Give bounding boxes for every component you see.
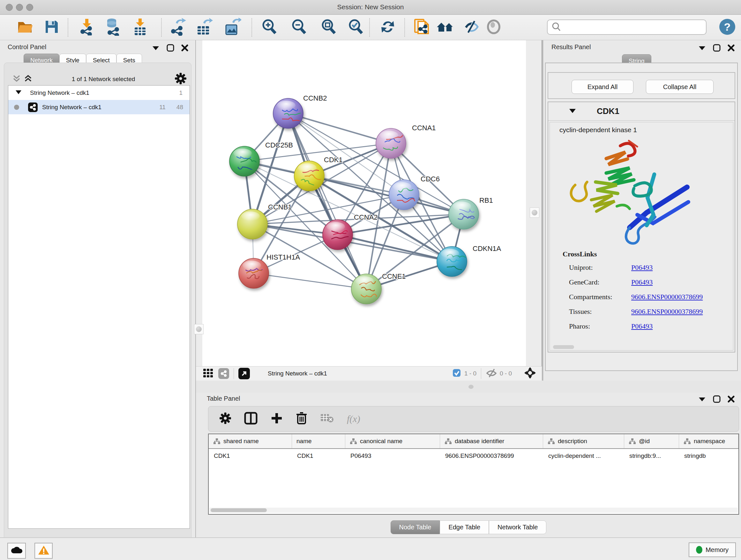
crosslink-link[interactable]: P06493 xyxy=(631,322,653,330)
crosslink-row: Compartments:9606.ENSP00000378699 xyxy=(562,290,703,304)
search-icon xyxy=(551,21,561,33)
panel-float-icon[interactable] xyxy=(166,44,174,52)
edge-CCNB2-CCNA1[interactable] xyxy=(288,113,391,143)
crosslink-link[interactable]: 9606.ENSP00000378699 xyxy=(631,307,703,316)
tree-expander-icon[interactable] xyxy=(15,89,22,97)
refresh-button[interactable] xyxy=(377,17,398,37)
search-input[interactable] xyxy=(561,23,698,30)
network-collection-row[interactable]: String Network – cdk1 1 xyxy=(8,85,190,100)
panel-menu-icon[interactable] xyxy=(152,45,159,51)
network-options-gear-icon[interactable] xyxy=(175,72,187,86)
import-network-database-button[interactable] xyxy=(102,17,123,37)
network-node-CCNB2[interactable]: CCNB2 xyxy=(273,94,327,128)
column-header-database-identifier[interactable]: database identifier xyxy=(440,434,543,448)
network-node-CDKN1A[interactable]: CDKN1A xyxy=(437,245,501,276)
zoom-out-button[interactable] xyxy=(288,17,310,37)
add-column-icon[interactable] xyxy=(270,412,283,426)
protein-section-header[interactable]: CDK1 xyxy=(548,102,735,121)
pan-crosshair-icon[interactable] xyxy=(524,367,536,381)
panel-close-icon[interactable] xyxy=(728,44,735,51)
horizontal-splitter[interactable] xyxy=(196,381,741,393)
network-node-CDK1[interactable]: CDK1 xyxy=(294,156,343,191)
network-node-HIST1H1A[interactable]: HIST1H1A xyxy=(239,253,300,288)
column-header-canonical-name[interactable]: canonical name xyxy=(345,434,440,448)
column-header-shared-name[interactable]: shared name xyxy=(209,434,292,448)
grid-view-icon[interactable] xyxy=(203,368,213,379)
collapse-all-button[interactable]: Collapse All xyxy=(646,80,714,94)
open-session-button[interactable] xyxy=(15,17,36,37)
home-view-button[interactable] xyxy=(434,17,456,37)
table-cell[interactable]: stringdb:9... xyxy=(624,449,679,463)
table-hscrollbar[interactable] xyxy=(209,508,738,513)
share-network-file-button[interactable] xyxy=(412,17,433,37)
panel-menu-icon[interactable] xyxy=(698,45,706,51)
right-splitter-handle[interactable] xyxy=(530,207,539,218)
network-node-CCNE1[interactable]: CCNE1 xyxy=(351,272,406,304)
table-cell[interactable]: CDK1 xyxy=(209,449,292,463)
export-image-button[interactable] xyxy=(222,17,243,37)
expand-all-button[interactable]: Expand All xyxy=(571,80,633,94)
tab-network-table[interactable]: Network Table xyxy=(489,520,546,534)
network-row-selected[interactable]: String Network – cdk1 11 48 xyxy=(8,100,190,114)
crosslink-link[interactable]: P06493 xyxy=(631,263,653,272)
column-header-name[interactable]: name xyxy=(292,434,345,448)
detach-view-icon[interactable] xyxy=(239,368,250,379)
search-box[interactable] xyxy=(547,19,706,35)
column-header-description[interactable]: description xyxy=(543,434,624,448)
status-bar: Memory xyxy=(0,537,741,560)
column-header-namespace[interactable]: namespace xyxy=(679,434,738,448)
network-node-CCNA1[interactable]: CCNA1 xyxy=(376,124,436,159)
export-table-button[interactable] xyxy=(194,17,215,37)
network-badge-icon[interactable] xyxy=(218,368,229,379)
selected-checkbox-icon[interactable] xyxy=(452,368,461,379)
tab-node-table[interactable]: Node Table xyxy=(391,520,440,534)
import-network-file-button[interactable] xyxy=(76,17,97,37)
zoom-in-button[interactable] xyxy=(259,17,280,37)
table-tabs: Node Table Edge Table Network Table xyxy=(196,520,741,534)
panel-float-icon[interactable] xyxy=(713,395,721,403)
table-cell[interactable]: stringdb xyxy=(679,449,738,463)
hide-panel-button[interactable] xyxy=(461,17,482,37)
memory-button[interactable]: Memory xyxy=(689,543,736,557)
section-collapse-icon[interactable] xyxy=(569,108,576,115)
panel-float-icon[interactable] xyxy=(713,44,721,52)
table-options-gear-icon[interactable] xyxy=(219,412,231,426)
table-cell[interactable]: 9606.ENSP00000378699 xyxy=(440,449,543,463)
crosslink-link[interactable]: P06493 xyxy=(631,278,653,287)
help-button[interactable]: ? xyxy=(719,19,735,35)
table-cell[interactable]: CDK1 xyxy=(292,449,345,463)
zoom-fit-button[interactable] xyxy=(318,17,339,37)
cloud-status-button[interactable] xyxy=(7,543,26,559)
main-toolbar: ? xyxy=(0,15,741,40)
column-header--id[interactable]: @id xyxy=(624,434,679,448)
split-columns-icon[interactable] xyxy=(244,412,258,426)
table-hscroll-thumb[interactable] xyxy=(211,508,267,512)
table-row[interactable]: CDK1CDK1P064939606.ENSP00000378699cyclin… xyxy=(209,449,738,463)
left-splitter-handle[interactable] xyxy=(194,324,204,334)
results-hscroll-thumb[interactable] xyxy=(553,345,574,349)
expand-all-icon[interactable] xyxy=(24,74,32,84)
panel-menu-icon[interactable] xyxy=(698,396,706,402)
save-session-button[interactable] xyxy=(41,17,62,37)
collapse-all-icon[interactable] xyxy=(12,74,21,84)
show-panel-button[interactable] xyxy=(483,17,504,37)
window-title: Session: New Session xyxy=(0,3,741,11)
edge-CCNE1-HIST1H1A[interactable] xyxy=(254,273,366,289)
hidden-eye-icon[interactable] xyxy=(486,368,497,379)
tab-edge-table[interactable]: Edge Table xyxy=(440,520,489,534)
warning-status-button[interactable] xyxy=(35,543,53,559)
table-cell[interactable]: cyclin-dependent ... xyxy=(543,449,624,463)
import-table-button[interactable] xyxy=(130,17,151,37)
panel-close-icon[interactable] xyxy=(181,44,188,51)
network-node-RB1[interactable]: RB1 xyxy=(449,196,493,229)
results-panel-divider[interactable] xyxy=(541,40,543,381)
export-network-button[interactable] xyxy=(167,17,189,37)
function-builder-icon: f(x) xyxy=(347,414,360,424)
network-view[interactable]: CCNB2CCNA1CDC25BCDK1CDC6RB1CCNB1CCNA2CDK… xyxy=(202,40,526,366)
crosslink-link[interactable]: 9606.ENSP00000378699 xyxy=(631,293,703,301)
table-cell[interactable]: P06493 xyxy=(345,449,440,463)
delete-row-trash-icon[interactable] xyxy=(296,412,307,426)
zoom-selected-button[interactable] xyxy=(345,17,366,37)
results-panel-title: Results Panel xyxy=(551,44,591,51)
panel-close-icon[interactable] xyxy=(728,395,735,402)
